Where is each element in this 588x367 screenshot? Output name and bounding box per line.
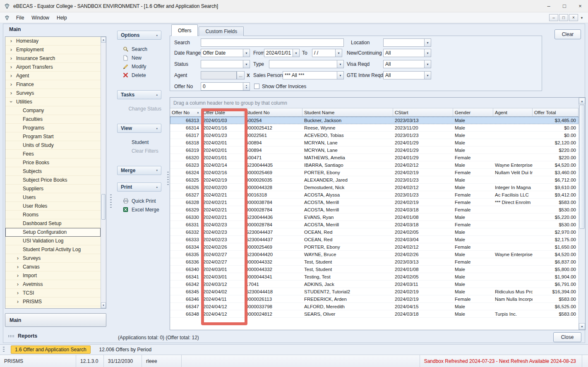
maximize-button[interactable]: □ — [557, 0, 572, 12]
tab-custom-fields[interactable]: Custom Fields — [199, 26, 244, 36]
tree-item-setup-configuration[interactable]: Setup Configuration — [5, 228, 101, 237]
column-header-offer-total[interactable]: Offer Total — [533, 108, 578, 116]
tree-item-subjects[interactable]: Subjects — [5, 167, 101, 176]
table-row[interactable]: 663282024/02/210000038784ACOSTA, Merrill… — [170, 199, 578, 206]
table-row[interactable]: 663272024/02/2100016318ACOSTA, Alyssa202… — [170, 191, 578, 199]
chevron-down-icon[interactable]: ▾ — [243, 49, 250, 57]
tree-item-program-start[interactable]: Program Start — [5, 132, 101, 141]
grid-scrollbar[interactable]: ▲ ▼ — [578, 98, 585, 330]
table-row[interactable]: 663362024/02/270000044332Test, Student20… — [170, 258, 578, 266]
tree-item-price-books[interactable]: Price Books — [5, 158, 101, 167]
tool-item-modify[interactable]: Modify — [117, 62, 161, 71]
tree-item-avetmiss[interactable]: ›Avetmiss — [5, 280, 101, 289]
tree-item-users[interactable]: Users — [5, 193, 101, 202]
table-row[interactable]: 663312024/02/230000028784ACOSTA, Merrill… — [170, 221, 578, 228]
scroll-up-icon[interactable]: ▲ — [579, 98, 585, 104]
scroll-up-icon[interactable]: ▲ — [101, 37, 106, 43]
sidebar-scrollbar-thumb[interactable] — [101, 194, 106, 220]
chevron-right-icon[interactable]: › — [15, 290, 20, 295]
tree-item-faculties[interactable]: Faculties — [5, 115, 101, 124]
tool-item-student[interactable]: Student — [117, 138, 161, 146]
offer-no-input[interactable]: 0 ▴▾ — [201, 82, 250, 91]
mdi-close-button[interactable]: × — [569, 14, 578, 21]
close-button[interactable]: × — [572, 0, 588, 12]
sidebar-main-button[interactable]: Main — [5, 313, 106, 327]
grid-scrollbar-thumb[interactable] — [579, 105, 585, 229]
table-row[interactable]: 663192024/02/01500894MCRYAN, Lane2024/01… — [170, 146, 578, 154]
close-button[interactable]: Close — [553, 332, 581, 342]
tree-item-surveys[interactable]: ›Surveys — [5, 254, 101, 263]
tree-item-prisms[interactable]: ›PRISMS — [5, 297, 101, 306]
menu-file[interactable]: File — [12, 14, 28, 22]
gte-intvw-reqd-select[interactable]: All ▾ — [383, 71, 431, 79]
date-range-select[interactable]: Offer Date ▾ — [201, 49, 250, 57]
table-row[interactable]: 663132024/01/03500254Buckner, Jackson202… — [170, 117, 578, 124]
tree-item-dashboard-setup[interactable]: Dashboard Setup — [5, 219, 101, 228]
tree-item-homestay[interactable]: ›Homestay — [5, 37, 101, 46]
mdi-minimize-button[interactable]: – — [549, 14, 558, 21]
tool-group-header-view[interactable]: View▴ — [117, 124, 161, 133]
chevron-right-icon[interactable]: › — [9, 82, 14, 87]
tree-item-import[interactable]: ›Import — [5, 271, 101, 280]
chevron-right-icon[interactable]: › — [15, 256, 20, 261]
column-header-offer-date[interactable]: Offer Date — [202, 108, 244, 116]
tree-item-utilities[interactable]: ›Utilities — [5, 98, 101, 106]
show-offer-invoices-checkbox[interactable] — [254, 84, 259, 89]
table-row[interactable]: 663332024/02/23S230044437OCEAN, Red2024/… — [170, 236, 578, 243]
scroll-down-icon[interactable]: ▼ — [579, 323, 585, 330]
column-header-student-name[interactable]: Student Name — [302, 108, 393, 116]
mdi-restore-button[interactable]: □ — [559, 14, 568, 21]
chevron-right-icon[interactable]: › — [15, 264, 20, 269]
table-row[interactable]: 663342024/02/260000025469PORTER, Ebony20… — [170, 243, 578, 251]
tool-group-header-options[interactable]: Options▴ — [117, 31, 161, 40]
sales-person-select[interactable]: *** All *** ▾ — [283, 71, 344, 79]
tree-item-subject-price-books[interactable]: Subject Price Books — [5, 176, 101, 185]
clear-button[interactable]: Clear — [554, 29, 581, 39]
table-row[interactable]: 663142024/01/160000025412Reese, Wynne202… — [170, 124, 578, 132]
column-header-student-no[interactable]: Student No — [244, 108, 302, 116]
tool-item-excel-merge[interactable]: Excel Merge — [117, 205, 161, 214]
chevron-down-icon[interactable]: › — [9, 99, 14, 104]
table-row[interactable]: 663482024/04/120000024812SEARS, Oliver20… — [170, 310, 578, 318]
scroll-down-icon[interactable]: ▼ — [101, 302, 106, 308]
dock-tab-1-6-offer-and-application-search[interactable]: 1.6 Offer and Application Search — [11, 345, 91, 354]
table-row[interactable]: 663292024/02/210000028784ACOSTA, Merrill… — [170, 206, 578, 213]
column-header-agent[interactable]: Agent — [493, 108, 533, 116]
agent-clear-button[interactable]: X — [245, 71, 252, 79]
column-header-offer-no[interactable]: Offer No▲ — [170, 108, 202, 116]
table-row[interactable]: 663402024/03/010000044332Test, Student20… — [170, 266, 578, 273]
table-row[interactable]: 663462024/04/110000026113FREDERICK, Arde… — [170, 295, 578, 303]
chevron-down-icon[interactable]: ▾ — [335, 49, 342, 57]
new-continuing-select[interactable]: All ▾ — [383, 49, 431, 57]
tree-item-programs[interactable]: Programs — [5, 124, 101, 132]
tool-group-header-print[interactable]: Print▴ — [117, 182, 161, 192]
sidebar-scrollbar[interactable]: ▲ ▼ — [101, 37, 106, 308]
table-row[interactable]: 663352024/02/27S230044420WAYNE, Bruce202… — [170, 251, 578, 258]
menu-help[interactable]: Help — [53, 14, 71, 22]
table-row[interactable]: 663322024/02/23S230044437OCEAN, Red2024/… — [170, 228, 578, 236]
table-row[interactable]: 663262024/02/200000044328Demostudent, Ni… — [170, 184, 578, 191]
sidebar-reports-button[interactable]: Reports — [5, 331, 106, 341]
tree-item-surveys[interactable]: ›Surveys — [5, 89, 101, 98]
chevron-down-icon[interactable]: ▾ — [424, 60, 431, 68]
group-by-panel[interactable]: Drag a column header here to group by th… — [170, 98, 578, 108]
table-row[interactable]: 663182024/02/01500894MCRYAN, Lane2024/01… — [170, 139, 578, 146]
table-row[interactable]: 663422024/03/1217041ADKINS, Jack2024/03/… — [170, 281, 578, 288]
tree-item-fees[interactable]: Fees — [5, 150, 101, 158]
menu-window[interactable]: Window — [28, 14, 53, 22]
table-row[interactable]: 663302024/02/21S230044436EVANS, Ryan2024… — [170, 213, 578, 221]
dock-tab-12-006-offers-by-period[interactable]: 12.006 Offers by Period — [96, 346, 156, 353]
chevron-right-icon[interactable]: › — [9, 56, 14, 61]
tree-item-canvas[interactable]: ›Canvas — [5, 263, 101, 271]
chevron-right-icon[interactable]: › — [9, 47, 14, 52]
tool-item-search[interactable]: Search — [117, 45, 161, 53]
tree-item-employment[interactable]: ›Employment — [5, 46, 101, 54]
table-row[interactable]: 663452024/04/02S230044418STUDENT2, Tutor… — [170, 288, 578, 295]
table-row[interactable]: 663232024/02/14S230044435IBARRA, Santiag… — [170, 161, 578, 169]
table-row[interactable]: 663252024/02/190000026035ALEXANDER, Jare… — [170, 176, 578, 184]
column-header-gender[interactable]: Gender — [453, 108, 493, 116]
chevron-right-icon[interactable]: › — [15, 299, 20, 304]
chevron-right-icon[interactable]: › — [9, 65, 14, 70]
chevron-right-icon[interactable]: › — [15, 273, 20, 278]
tree-item-tcsi[interactable]: ›TCSI — [5, 289, 101, 297]
